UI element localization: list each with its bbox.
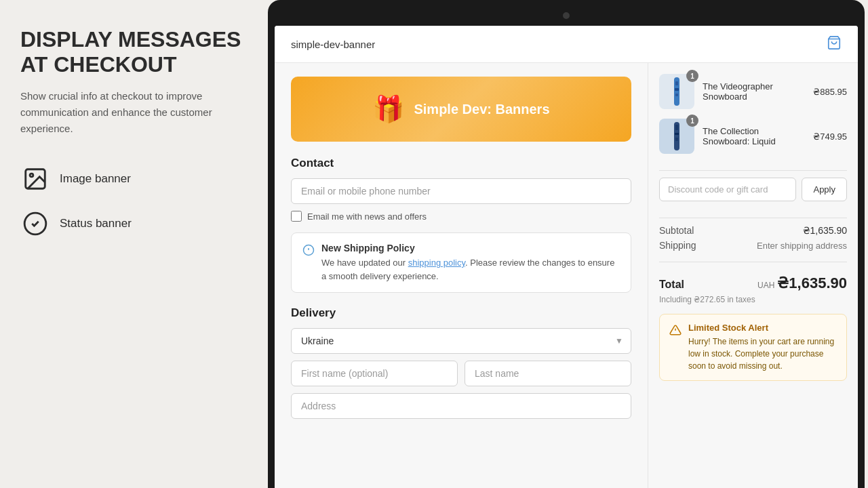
svg-rect-13 [675, 133, 679, 135]
alert-icon [669, 324, 682, 372]
total-currency: UAH [757, 281, 774, 290]
address-input[interactable] [291, 393, 631, 419]
banner-text: Simple Dev: Banners [414, 102, 549, 117]
image-banner-icon [20, 164, 50, 194]
alert-content: Limited Stock Alert Hurry! The items in … [688, 323, 837, 372]
status-banner-label: Status banner [60, 217, 132, 230]
cart-button[interactable] [827, 35, 842, 53]
image-icon [22, 166, 48, 192]
product-img-wrap-1: 1 [659, 74, 694, 109]
total-label: Total [659, 279, 684, 291]
total-value: ₴1,635.90 [777, 274, 847, 292]
subtotal-value: ₴1,635.90 [803, 225, 848, 236]
total-value-wrap: UAH ₴1,635.90 [757, 274, 847, 292]
product-price-1: ₴885.95 [813, 87, 847, 97]
newsletter-row: Email me with news and offers [291, 211, 631, 222]
tablet-area: simple-dev-banner 🎁 Simple Dev: [264, 0, 868, 488]
svg-rect-9 [675, 88, 679, 91]
store-title: simple-dev-banner [291, 39, 375, 50]
svg-rect-12 [675, 125, 678, 130]
status-banner-icon [20, 209, 50, 239]
divider-3 [659, 262, 847, 262]
subtotal-label: Subtotal [659, 225, 694, 236]
page-description: Show crucial info at checkout to improve… [20, 88, 244, 137]
feature-image-banner: Image banner [20, 164, 244, 194]
svg-rect-8 [675, 81, 678, 85]
contact-section-title: Contact [291, 157, 631, 170]
product-img-wrap-2: 1 [659, 119, 694, 154]
divider-1 [659, 170, 847, 171]
product-badge-2: 1 [686, 115, 698, 127]
country-select[interactable]: Ukraine [291, 328, 631, 354]
alert-box: Limited Stock Alert Hurry! The items in … [659, 314, 847, 381]
check-circle-icon [22, 211, 48, 237]
discount-input[interactable] [659, 178, 796, 201]
divider-2 [659, 218, 847, 218]
total-row: Total UAH ₴1,635.90 [659, 274, 847, 292]
product-name-1: The Videographer Snowboard [703, 81, 805, 102]
info-box-title: New Shipping Policy [321, 243, 620, 253]
shipping-value: Enter shipping address [757, 241, 847, 251]
info-icon [302, 244, 315, 283]
info-box-content: New Shipping Policy We have updated our … [321, 243, 620, 283]
newsletter-checkbox[interactable] [291, 211, 302, 222]
tax-note: Including ₴272.65 in taxes [659, 295, 847, 304]
shipping-label: Shipping [659, 240, 696, 251]
checkout-form: 🎁 Simple Dev: Banners Contact Email me w… [275, 63, 648, 488]
country-select-wrap: Ukraine ▼ [291, 328, 631, 354]
snowboard-svg-1 [665, 76, 689, 107]
apply-button[interactable]: Apply [802, 178, 847, 201]
left-panel: DISPLAY MESSAGES AT CHECKOUT Show crucia… [0, 0, 264, 488]
store-header: simple-dev-banner [275, 26, 858, 63]
product-badge-1: 1 [686, 70, 698, 82]
alert-title: Limited Stock Alert [688, 323, 837, 333]
feature-status-banner: Status banner [20, 209, 244, 239]
alert-body: Hurry! The items in your cart are runnin… [688, 336, 837, 372]
svg-rect-14 [675, 138, 678, 141]
cart-icon [827, 35, 842, 50]
snowboard-svg-2 [665, 121, 689, 152]
shipping-policy-link[interactable]: shipping policy [408, 258, 465, 268]
first-name-input[interactable] [291, 361, 458, 386]
newsletter-label: Email me with news and offers [307, 211, 427, 222]
promo-banner: 🎁 Simple Dev: Banners [291, 77, 631, 142]
checkout-body: 🎁 Simple Dev: Banners Contact Email me w… [275, 63, 858, 488]
product-item-2: 1 The Collection Snowboard: Liquid ₴749.… [659, 119, 847, 154]
discount-row: Apply [659, 178, 847, 201]
subtotal-row: Subtotal ₴1,635.90 [659, 225, 847, 236]
last-name-input[interactable] [465, 361, 631, 386]
page-heading: DISPLAY MESSAGES AT CHECKOUT [20, 27, 244, 77]
name-row [291, 361, 631, 386]
order-summary: 1 The Videographer Snowboard ₴885.95 [648, 63, 858, 488]
banner-icon: 🎁 [372, 94, 404, 124]
info-box-body: We have updated our shipping policy. Ple… [321, 256, 620, 283]
svg-rect-10 [675, 94, 678, 96]
image-banner-label: Image banner [60, 172, 131, 186]
email-input[interactable] [291, 178, 631, 204]
product-item-1: 1 The Videographer Snowboard ₴885.95 [659, 74, 847, 109]
delivery-section-title: Delivery [291, 306, 631, 320]
svg-point-1 [30, 174, 33, 177]
product-price-2: ₴749.95 [813, 131, 847, 142]
tablet-camera [563, 12, 570, 19]
info-box: New Shipping Policy We have updated our … [291, 232, 631, 293]
tablet-screen: simple-dev-banner 🎁 Simple Dev: [275, 26, 858, 488]
tablet-frame: simple-dev-banner 🎁 Simple Dev: [268, 0, 865, 488]
shipping-row: Shipping Enter shipping address [659, 240, 847, 251]
product-name-2: The Collection Snowboard: Liquid [703, 126, 805, 146]
